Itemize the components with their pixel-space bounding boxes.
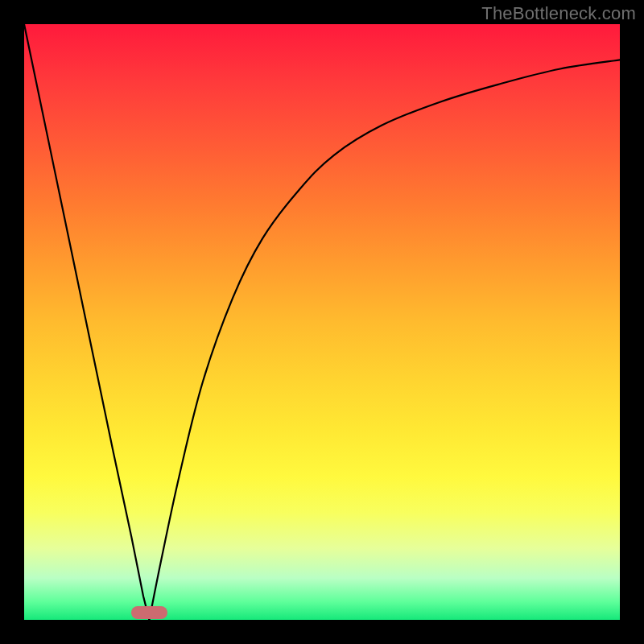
curve-right-branch <box>149 60 620 620</box>
bottleneck-curve <box>24 24 620 620</box>
plot-area <box>24 24 620 620</box>
minimum-marker <box>131 606 167 619</box>
watermark-text: TheBottleneck.com <box>481 3 636 24</box>
chart-frame: TheBottleneck.com <box>0 0 644 644</box>
curve-left-branch <box>24 24 149 620</box>
